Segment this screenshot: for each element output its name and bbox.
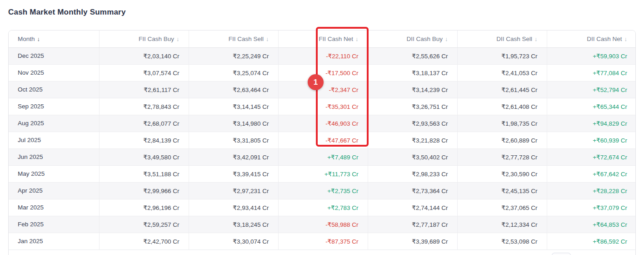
sort-desc-icon: ↓ — [266, 36, 269, 42]
dii-net-cell: +₹94,829 Cr — [547, 115, 636, 132]
month-cell: Jun 2025 — [9, 148, 99, 165]
fii-net-cell: -₹47,667 Cr — [278, 132, 368, 148]
dii-buy-cell: ₹3,14,239 Cr — [368, 81, 457, 98]
fii-sell-cell: ₹3,14,980 Cr — [189, 115, 278, 132]
dii-sell-cell: ₹2,12,334 Cr — [457, 216, 547, 233]
page-title: Cash Market Monthly Summary — [8, 8, 126, 17]
month-cell: Mar 2025 — [9, 199, 99, 216]
dii-sell-cell: ₹2,45,135 Cr — [457, 182, 547, 199]
fii-sell-cell: ₹3,31,805 Cr — [189, 132, 278, 148]
month-cell: May 2025 — [9, 165, 99, 182]
fii-net-cell: -₹17,500 Cr — [278, 64, 368, 81]
sort-desc-icon: ↓ — [445, 36, 448, 42]
fii-sell-cell: ₹3,42,091 Cr — [189, 148, 278, 165]
dii-sell-cell: ₹2,77,728 Cr — [457, 148, 547, 165]
dii-net-cell: +₹60,939 Cr — [547, 132, 636, 148]
sort-desc-icon: ↓ — [624, 36, 628, 42]
dii-sell-cell: ₹2,61,408 Cr — [457, 98, 547, 115]
month-cell: Apr 2025 — [9, 182, 99, 199]
month-cell: Sep 2025 — [9, 98, 99, 115]
dii-buy-cell: ₹2,98,233 Cr — [368, 165, 457, 182]
dii-sell-cell: ₹1,95,723 Cr — [457, 47, 547, 64]
fii-buy-cell: ₹2,78,843 Cr — [99, 98, 189, 115]
column-header-dii-cash-sell[interactable]: DII Cash Sell↓ — [457, 31, 547, 47]
fii-sell-cell: ₹3,39,415 Cr — [189, 165, 278, 182]
fii-net-cell: -₹46,903 Cr — [278, 115, 368, 132]
fii-sell-cell: ₹3,18,245 Cr — [189, 216, 278, 233]
dii-buy-cell: ₹2,74,144 Cr — [368, 199, 457, 216]
table-row: Jun 2025 ₹3,49,580 Cr ₹3,42,091 Cr +₹7,4… — [9, 148, 636, 165]
column-header-dii-cash-net[interactable]: DII Cash Net↓ — [547, 31, 636, 47]
sort-desc-icon: ↓ — [176, 36, 180, 42]
dii-net-cell: +₹86,592 Cr — [547, 233, 636, 250]
dii-buy-cell: ₹2,73,364 Cr — [368, 182, 457, 199]
column-header-dii-cash-buy[interactable]: DII Cash Buy↓ — [368, 31, 457, 47]
fii-buy-cell: ₹2,61,117 Cr — [99, 81, 189, 98]
table-footer — [9, 250, 635, 255]
pagination-button[interactable] — [552, 253, 571, 255]
fii-buy-cell: ₹3,49,580 Cr — [99, 148, 189, 165]
dii-net-cell: +₹28,228 Cr — [547, 182, 636, 199]
dii-sell-cell: ₹2,41,053 Cr — [457, 64, 547, 81]
dii-buy-cell: ₹3,26,751 Cr — [368, 98, 457, 115]
fii-buy-cell: ₹2,42,700 Cr — [99, 233, 189, 250]
month-cell: Oct 2025 — [9, 81, 99, 98]
table-row: May 2025 ₹3,51,188 Cr ₹3,39,415 Cr +₹11,… — [9, 165, 636, 182]
dii-net-cell: +₹67,642 Cr — [547, 165, 636, 182]
table-row: Sep 2025 ₹2,78,843 Cr ₹3,14,145 Cr -₹35,… — [9, 98, 636, 115]
fii-net-cell: +₹11,773 Cr — [278, 165, 368, 182]
dii-net-cell: +₹52,794 Cr — [547, 81, 636, 98]
fii-sell-cell: ₹2,93,414 Cr — [189, 199, 278, 216]
dii-net-cell: +₹37,079 Cr — [547, 199, 636, 216]
month-cell: Jul 2025 — [9, 132, 99, 148]
month-cell: Nov 2025 — [9, 64, 99, 81]
fii-sell-cell: ₹2,97,231 Cr — [189, 182, 278, 199]
dii-net-cell: +₹64,853 Cr — [547, 216, 636, 233]
month-cell: Aug 2025 — [9, 115, 99, 132]
column-header-month[interactable]: Month↓ — [9, 31, 99, 47]
fii-sell-cell: ₹2,63,464 Cr — [189, 81, 278, 98]
fii-buy-cell: ₹2,59,257 Cr — [99, 216, 189, 233]
table-header-row: Month↓ FII Cash Buy↓ FII Cash Sell↓ FII … — [9, 31, 636, 47]
fii-sell-cell: ₹3,25,074 Cr — [189, 64, 278, 81]
table-row: Jul 2025 ₹2,84,139 Cr ₹3,31,805 Cr -₹47,… — [9, 132, 636, 148]
sort-desc-icon: ↓ — [355, 36, 359, 42]
dii-sell-cell: ₹2,30,590 Cr — [457, 165, 547, 182]
month-cell: Dec 2025 — [9, 47, 99, 64]
dii-buy-cell: ₹2,77,187 Cr — [368, 216, 457, 233]
table-row: Feb 2025 ₹2,59,257 Cr ₹3,18,245 Cr -₹58,… — [9, 216, 636, 233]
dii-sell-cell: ₹1,98,735 Cr — [457, 115, 547, 132]
dii-sell-cell: ₹2,53,098 Cr — [457, 233, 547, 250]
column-header-fii-cash-sell[interactable]: FII Cash Sell↓ — [189, 31, 278, 47]
fii-buy-cell: ₹2,68,077 Cr — [99, 115, 189, 132]
column-header-fii-cash-buy[interactable]: FII Cash Buy↓ — [99, 31, 189, 47]
dii-net-cell: +₹65,344 Cr — [547, 98, 636, 115]
column-header-fii-cash-net[interactable]: FII Cash Net↓ — [278, 31, 368, 47]
fii-net-cell: -₹22,110 Cr — [278, 47, 368, 64]
dii-buy-cell: ₹3,50,402 Cr — [368, 148, 457, 165]
table-row: Dec 2025 ₹2,03,140 Cr ₹2,25,249 Cr -₹22,… — [9, 47, 636, 64]
month-cell: Feb 2025 — [9, 216, 99, 233]
dii-net-cell: +₹77,084 Cr — [547, 64, 636, 81]
dii-sell-cell: ₹2,37,065 Cr — [457, 199, 547, 216]
cash-market-summary-table: Month↓ FII Cash Buy↓ FII Cash Sell↓ FII … — [8, 30, 636, 255]
fii-sell-cell: ₹2,25,249 Cr — [189, 47, 278, 64]
table-row: Aug 2025 ₹2,68,077 Cr ₹3,14,980 Cr -₹46,… — [9, 115, 636, 132]
table-row: Nov 2025 ₹3,07,574 Cr ₹3,25,074 Cr -₹17,… — [9, 64, 636, 81]
fii-buy-cell: ₹2,84,139 Cr — [99, 132, 189, 148]
dii-buy-cell: ₹3,39,689 Cr — [368, 233, 457, 250]
fii-net-cell: +₹7,489 Cr — [278, 148, 368, 165]
fii-net-cell: +₹2,783 Cr — [278, 199, 368, 216]
dii-net-cell: +₹59,903 Cr — [547, 47, 636, 64]
fii-net-cell: -₹2,347 Cr — [278, 81, 368, 98]
dii-buy-cell: ₹3,18,137 Cr — [368, 64, 457, 81]
fii-buy-cell: ₹2,03,140 Cr — [99, 47, 189, 64]
dii-buy-cell: ₹2,55,626 Cr — [368, 47, 457, 64]
table-row: Oct 2025 ₹2,61,117 Cr ₹2,63,464 Cr -₹2,3… — [9, 81, 636, 98]
fii-buy-cell: ₹2,99,966 Cr — [99, 182, 189, 199]
dii-buy-cell: ₹3,21,828 Cr — [368, 132, 457, 148]
dii-sell-cell: ₹2,61,445 Cr — [457, 81, 547, 98]
fii-net-cell: -₹35,301 Cr — [278, 98, 368, 115]
sort-desc-icon: ↓ — [534, 36, 538, 42]
dii-sell-cell: ₹2,60,889 Cr — [457, 132, 547, 148]
